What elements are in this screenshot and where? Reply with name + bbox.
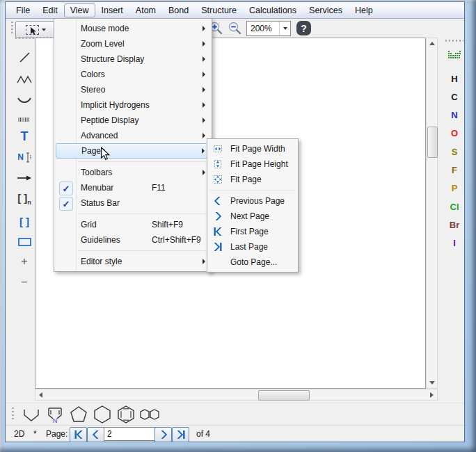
shortcut-label: F11 (152, 183, 166, 193)
submenu-arrow-icon (203, 102, 205, 108)
menu-item-grid[interactable]: GridShift+F9 (56, 217, 210, 232)
bracket-tool[interactable]: [ ] (14, 213, 35, 229)
fit-page-icon (213, 175, 223, 184)
fit-page-width-icon (213, 144, 223, 154)
template-cyclopentane[interactable] (68, 405, 89, 423)
submenu-item-fit-page-width[interactable]: Fit Page Width (209, 141, 296, 156)
scroll-left-button[interactable] (35, 389, 46, 400)
reaction-arrow-icon (17, 175, 32, 181)
element-br[interactable]: Br (444, 220, 465, 230)
rectangle-tool[interactable] (14, 234, 35, 250)
element-n[interactable]: N (444, 110, 465, 120)
selection-tool-button[interactable] (15, 21, 56, 38)
help-button[interactable]: ? (296, 21, 311, 35)
increase-charge-tool[interactable]: + (14, 254, 35, 269)
submenu-item-previous-page[interactable]: Previous Page (209, 193, 296, 209)
scroll-right-button[interactable] (427, 389, 437, 400)
vertical-scrollbar-thumb[interactable] (427, 127, 438, 158)
next-page-button[interactable] (154, 427, 172, 442)
submenu-item-fit-page[interactable]: Fit Page (209, 172, 296, 187)
submenu-item-fit-page-height[interactable]: Fit Page Height (209, 156, 296, 172)
toolbar-grip[interactable] (11, 22, 13, 35)
page-number-input[interactable] (104, 427, 157, 441)
menu-item-menubar[interactable]: ✓ MenubarF11 (56, 180, 210, 195)
menu-item-mouse-mode[interactable]: Mouse mode (56, 21, 210, 36)
first-page-button[interactable] (70, 427, 87, 442)
menubar: File Edit View Insert Atom Bond Structur… (6, 2, 464, 19)
periodic-table-button[interactable] (444, 50, 465, 61)
menu-item-guidelines[interactable]: GuidelinesCtrl+Shift+F9 (56, 232, 210, 248)
element-p[interactable]: P (444, 183, 465, 193)
zoom-level-combobox[interactable]: 200% (246, 21, 291, 36)
template-toolbar-grip[interactable] (12, 407, 14, 421)
combobox-dropdown-zone[interactable] (279, 22, 290, 35)
submenu-item-goto-page[interactable]: Goto Page... (209, 255, 296, 270)
total-pages-label: of 4 (196, 429, 210, 439)
submenu-item-last-page[interactable]: Last Page (209, 239, 296, 255)
svg-text:N: N (53, 417, 58, 423)
arc-tool[interactable] (14, 92, 35, 108)
atom-label-icon: N (17, 152, 24, 162)
menu-item-stereo[interactable]: Stereo (56, 82, 210, 97)
template-benzene[interactable] (116, 405, 136, 423)
menu-item-zoom-level[interactable]: Zoom Level (56, 36, 210, 51)
multiple-bond-tool[interactable] (14, 112, 35, 127)
zoom-out-button[interactable] (227, 20, 244, 36)
menu-item-editor-style[interactable]: Editor style (56, 254, 210, 269)
atom-label-tool[interactable]: N (14, 150, 35, 165)
menu-view[interactable]: View (64, 3, 95, 17)
menu-item-pages[interactable]: Pages (56, 143, 210, 159)
repeat-group-tool[interactable]: [ ]n (14, 191, 35, 207)
atom-toolbar-grip[interactable] (445, 40, 463, 42)
menu-calculations[interactable]: Calculations (243, 3, 303, 17)
pages-submenu-popup: Fit Page Width Fit Page Height Fit Page … (207, 138, 299, 273)
scroll-up-button[interactable] (427, 38, 437, 49)
menu-structure[interactable]: Structure (195, 3, 243, 17)
menu-item-peptide-display[interactable]: Peptide Display (56, 113, 210, 128)
menu-edit[interactable]: Edit (36, 3, 64, 17)
menu-item-implicit-hydrogens[interactable]: Implicit Hydrogens (56, 97, 210, 113)
template-cyclohexane[interactable] (92, 405, 113, 423)
single-bond-icon (19, 51, 31, 63)
menu-atom[interactable]: Atom (129, 3, 162, 17)
menu-file[interactable]: File (10, 3, 36, 17)
horizontal-scrollbar-thumb[interactable] (258, 390, 310, 401)
scroll-down-button[interactable] (427, 378, 437, 388)
menu-item-advanced[interactable]: Advanced (56, 128, 210, 143)
menu-separator (210, 190, 295, 191)
previous-page-icon (91, 430, 101, 439)
submenu-item-first-page[interactable]: First Page (209, 224, 296, 239)
menu-item-status-bar[interactable]: ✓ Status Bar (56, 195, 210, 211)
chain-tool[interactable] (14, 72, 35, 87)
element-o[interactable]: O (444, 128, 465, 138)
template-open-ring[interactable] (21, 405, 42, 423)
menu-item-toolbars[interactable]: Toolbars (56, 165, 210, 180)
element-cl[interactable]: Cl (444, 202, 465, 212)
horizontal-scrollbar[interactable] (35, 389, 438, 401)
decrease-charge-tool[interactable]: − (14, 275, 35, 290)
vertical-scrollbar[interactable] (426, 38, 438, 389)
element-i[interactable]: I (444, 238, 465, 248)
text-tool[interactable]: T (14, 129, 35, 144)
last-page-button[interactable] (172, 427, 189, 442)
status-bar: 2D * Page: of 4 (6, 425, 464, 443)
menu-insert[interactable]: Insert (95, 3, 129, 17)
view-menu-popup: Mouse mode Zoom Level Structure Display … (54, 18, 212, 272)
menu-services[interactable]: Services (303, 3, 349, 17)
element-c[interactable]: C (444, 92, 465, 102)
arrow-tool[interactable] (14, 170, 35, 186)
bond-tool[interactable] (14, 49, 35, 65)
submenu-item-next-page[interactable]: Next Page (209, 209, 296, 224)
menu-item-colors[interactable]: Colors (56, 67, 210, 82)
menu-help[interactable]: Help (349, 3, 379, 17)
element-s[interactable]: S (444, 147, 465, 157)
previous-page-button[interactable] (87, 427, 104, 442)
element-h[interactable]: H (444, 74, 465, 84)
first-page-icon (213, 227, 223, 236)
template-naphthalene[interactable] (139, 405, 160, 423)
template-pyrrole[interactable]: N (45, 405, 65, 423)
element-f[interactable]: F (444, 165, 465, 175)
menu-bond[interactable]: Bond (162, 3, 195, 17)
cyclopentane-template-icon (70, 405, 88, 423)
menu-item-structure-display[interactable]: Structure Display (56, 51, 210, 67)
